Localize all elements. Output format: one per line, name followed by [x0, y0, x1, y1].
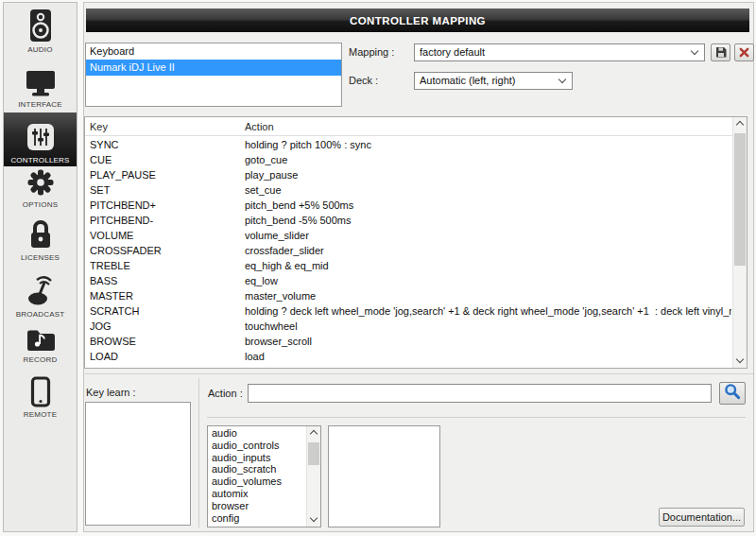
documentation-button[interactable]: Documentation...	[659, 508, 745, 527]
action-cell: holding ? deck left wheel_mode 'jog,sear…	[245, 305, 731, 317]
chevron-up-icon[interactable]	[307, 426, 320, 441]
list-item[interactable]: controls	[208, 524, 304, 526]
mapping-label: Mapping :	[349, 46, 394, 58]
table-row[interactable]: TREBLEeq_high & eq_mid	[85, 259, 733, 274]
action-cell: holding ? pitch 100% : sync	[245, 139, 731, 150]
music-folder-icon	[25, 326, 57, 353]
speaker-icon	[27, 9, 54, 43]
scrollbar-thumb[interactable]	[308, 442, 319, 465]
key-cell: VOLUME	[90, 230, 133, 241]
chevron-down-icon[interactable]	[733, 354, 747, 368]
key-cell: TREBLE	[90, 260, 130, 271]
column-header-key: Key	[90, 121, 108, 132]
deck-selected-value: Automatic (left, right)	[420, 73, 559, 89]
action-cell: volume_slider	[245, 230, 731, 241]
sidebar-item-options[interactable]: OPTIONS	[4, 169, 77, 211]
action-cell: eq_high & eq_mid	[245, 260, 731, 271]
action-cell: crossfader_slider	[245, 245, 731, 256]
sidebar-item-broadcast[interactable]: BROADCAST	[4, 271, 77, 320]
action-cell: touchwheel	[245, 320, 731, 332]
sidebar-item-record[interactable]: RECORD	[4, 326, 77, 366]
table-row[interactable]: CUEgoto_cue	[85, 153, 733, 168]
action-divider	[207, 417, 746, 418]
table-row[interactable]: BROWSEbrowser_scroll	[85, 335, 733, 350]
table-scrollbar[interactable]	[732, 117, 747, 368]
deck-select[interactable]: Automatic (left, right)	[414, 72, 573, 90]
chevron-down-icon[interactable]	[307, 512, 320, 527]
panel-title-bar: CONTROLLER MAPPING	[86, 9, 749, 32]
sidebar-item-controllers[interactable]: CONTROLLERS	[4, 112, 77, 166]
list-item[interactable]: browser	[208, 500, 304, 512]
table-row[interactable]: CROSSFADERcrossfader_slider	[85, 244, 733, 259]
action-input[interactable]	[248, 384, 712, 403]
settings-sidebar: AUDIO INTERFACE CONTROLLERS OPTIONS LICE	[3, 2, 77, 532]
sidebar-item-licenses[interactable]: LICENSES	[4, 215, 77, 264]
list-item[interactable]: audio_inputs	[208, 452, 304, 464]
device-item-keyboard[interactable]: Keyboard	[86, 43, 341, 60]
list-item[interactable]: audio_volumes	[208, 475, 304, 488]
chevron-up-icon[interactable]	[733, 117, 747, 131]
list-item[interactable]: config	[208, 512, 304, 525]
key-cell: PITCHBEND+	[90, 199, 156, 211]
column-header-action: Action	[245, 121, 274, 132]
table-row[interactable]: SYNCholding ? pitch 100% : sync	[85, 138, 733, 153]
chevron-down-icon	[691, 47, 698, 55]
key-cell: SCRATCH	[90, 305, 139, 317]
magnifier-icon	[724, 383, 741, 404]
table-row[interactable]: VOLUMEvolume_slider	[85, 229, 733, 244]
chevron-down-icon	[558, 76, 566, 83]
vertical-divider	[198, 378, 199, 527]
action-cell: goto_cue	[245, 154, 731, 165]
action-sub-list[interactable]	[328, 425, 440, 527]
key-learn-box[interactable]	[85, 402, 191, 526]
table-row[interactable]: SETset_cue	[85, 183, 733, 199]
list-item[interactable]: audio_controls	[208, 440, 304, 452]
table-row[interactable]: SCRATCHholding ? deck left wheel_mode 'j…	[85, 304, 733, 320]
gear-icon	[26, 167, 56, 198]
action-label: Action :	[208, 388, 243, 399]
section-divider	[85, 373, 753, 374]
sidebar-item-label: CONTROLLERS	[10, 156, 69, 164]
mapping-select[interactable]: factory default	[414, 43, 705, 61]
table-row[interactable]: JOGtouchwheel	[85, 320, 733, 335]
table-header: Key Action	[85, 117, 733, 136]
documentation-button-label: Documentation...	[662, 511, 741, 523]
key-cell: CUE	[90, 154, 112, 165]
table-row[interactable]: PITCHBEND+pitch_bend +5% 500ms	[85, 199, 733, 214]
table-row[interactable]: PITCHBEND-pitch_bend -5% 500ms	[85, 214, 733, 229]
sidebar-item-label: AUDIO	[27, 45, 52, 54]
search-action-button[interactable]	[719, 382, 746, 405]
key-cell: JOG	[90, 320, 112, 332]
save-mapping-button[interactable]	[711, 43, 730, 61]
sidebar-item-label: LICENSES	[21, 253, 60, 262]
sidebar-item-interface[interactable]: INTERFACE	[4, 61, 77, 111]
key-cell: LOAD	[90, 351, 118, 362]
mixer-sliders-icon	[25, 121, 57, 153]
table-row[interactable]: BASSeq_low	[85, 274, 733, 289]
action-cell: play_pause	[245, 169, 731, 181]
table-row[interactable]: MASTERmaster_volume	[85, 289, 733, 304]
list-item[interactable]: audio	[208, 427, 304, 440]
scrollbar-thumb[interactable]	[734, 133, 746, 266]
key-action-table: Key Action SYNCholding ? pitch 100% : sy…	[84, 116, 747, 369]
sidebar-item-label: INTERFACE	[18, 100, 62, 109]
action-cell: pitch_bend +5% 500ms	[245, 199, 731, 211]
action-cell: set_cue	[245, 184, 731, 196]
sidebar-item-audio[interactable]: AUDIO	[4, 7, 77, 56]
category-list-scrollbar[interactable]	[306, 426, 320, 527]
sidebar-item-label: OPTIONS	[23, 200, 58, 209]
smartphone-icon	[28, 376, 53, 407]
table-row[interactable]: LOADload	[85, 350, 733, 365]
key-cell: PITCHBEND-	[90, 215, 153, 226]
delete-mapping-button[interactable]	[734, 43, 754, 61]
page-title: CONTROLLER MAPPING	[350, 15, 486, 26]
table-row[interactable]: PLAY_PAUSEplay_pause	[85, 168, 733, 183]
antenna-icon	[25, 273, 57, 307]
list-item[interactable]: audio_scratch	[208, 463, 304, 475]
sidebar-item-remote[interactable]: REMOTE	[4, 375, 77, 421]
sidebar-item-label: REMOTE	[24, 410, 57, 419]
device-item-numark[interactable]: Numark iDJ Live II	[86, 60, 341, 76]
monitor-icon	[25, 69, 57, 97]
action-cell: pitch_bend -5% 500ms	[245, 215, 731, 226]
list-item[interactable]: automix	[208, 488, 304, 500]
